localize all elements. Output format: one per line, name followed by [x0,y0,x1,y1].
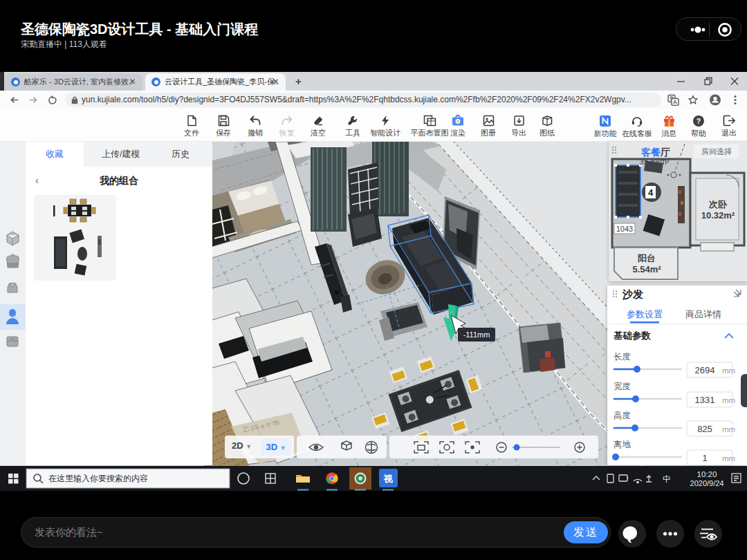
svg-text:高度: 高度 [614,411,631,420]
svg-text:基础参数: 基础参数 [613,330,652,341]
svg-text:商品详情: 商品详情 [685,309,721,319]
svg-text:离地: 离地 [614,440,631,449]
svg-text:35.68m²: 35.68m² [639,157,670,167]
svg-text:宽度: 宽度 [614,382,631,391]
svg-text:1043: 1043 [616,225,633,233]
svg-text:10:20: 10:20 [697,470,717,478]
svg-text:mm: mm [722,425,735,433]
svg-text:沙发: 沙发 [622,288,643,300]
svg-text:客餐厅: 客餐厅 [640,147,670,158]
svg-text:1: 1 [702,453,707,463]
svg-text:10.32m²: 10.32m² [701,210,735,221]
svg-text:mm: mm [722,396,735,404]
svg-text:5.54m²: 5.54m² [632,264,661,274]
svg-text:中: 中 [663,474,671,484]
svg-text:2694: 2694 [695,365,715,375]
svg-text:房间选择: 房间选择 [701,147,732,156]
svg-text:1331: 1331 [695,395,715,405]
svg-text:次卧: 次卧 [708,199,728,209]
svg-text:?: ? [697,117,701,125]
svg-text:mm: mm [722,366,735,375]
svg-text:4: 4 [648,187,654,198]
svg-text:mm: mm [722,454,735,463]
svg-text:长度: 长度 [614,352,631,362]
svg-text:视: 视 [383,474,394,484]
svg-text:阳台: 阳台 [638,253,656,263]
svg-text:参数设置: 参数设置 [627,309,663,319]
svg-text:825: 825 [697,424,712,434]
svg-text:在这里输入你要搜索的内容: 在这里输入你要搜索的内容 [48,474,148,483]
svg-text:2020/9/24: 2020/9/24 [690,479,724,487]
